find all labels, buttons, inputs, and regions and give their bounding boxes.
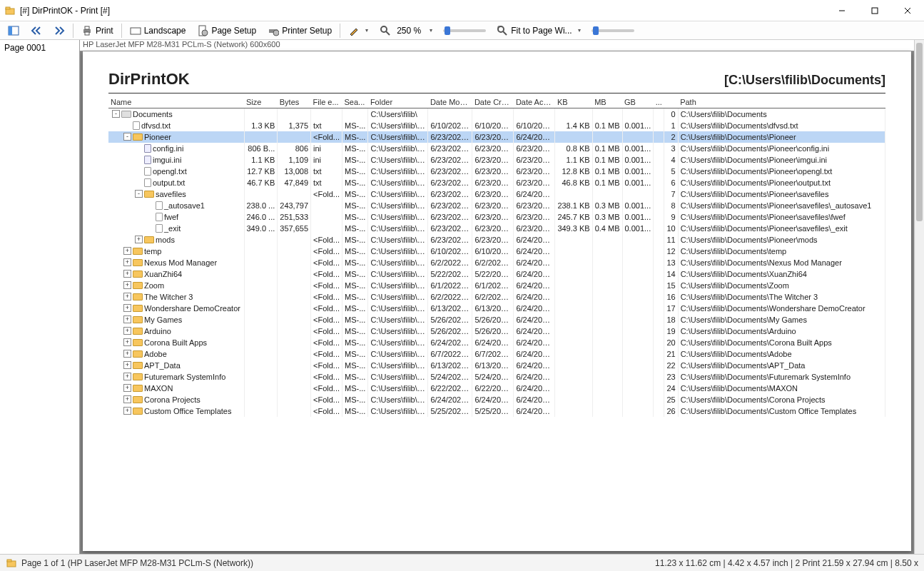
table-row[interactable]: - Pioneer<Fold...MS-...C:\Users\filib\Do… (108, 131, 885, 143)
column-header[interactable]: Sea... (342, 96, 368, 108)
table-row[interactable]: + The Witcher 3<Fold...MS-...C:\Users\fi… (108, 291, 885, 303)
column-header[interactable]: File e... (311, 96, 342, 108)
vertical-scrollbar[interactable] (914, 40, 924, 554)
table-row[interactable]: config.ini806 B...806iniMS-...C:\Users\f… (108, 143, 885, 154)
zoom-slider[interactable] (443, 29, 486, 32)
tree-expander-icon[interactable]: + (123, 395, 131, 403)
table-row[interactable]: + Futuremark SystemInfo<Fold...MS-...C:\… (108, 371, 885, 383)
cell: 6/23/2022 7:... (472, 154, 514, 166)
column-header[interactable]: KB (555, 96, 592, 108)
table-row[interactable]: + MAXON<Fold...MS-...C:\Users\filib\Doc.… (108, 383, 885, 394)
tree-expander-icon[interactable]: - (112, 110, 120, 118)
tree-expander-icon[interactable]: - (123, 133, 131, 141)
tree-expander-icon[interactable]: - (135, 190, 143, 198)
preview-pane[interactable]: HP LaserJet MFP M28-M31 PCLm-S (Network)… (80, 40, 924, 554)
tree-expander-icon[interactable]: + (123, 258, 131, 266)
table-row[interactable]: + Wondershare DemoCreator<Fold...MS-...C… (108, 303, 885, 314)
zoom-value: 250 % (394, 26, 424, 36)
column-header[interactable]: Path (678, 96, 885, 108)
column-header[interactable]: MB (592, 96, 622, 108)
column-header[interactable]: ... (654, 96, 664, 108)
table-row[interactable]: + temp<Fold...MS-...C:\Users\filib\Doc..… (108, 246, 885, 257)
table-row[interactable]: + mods<Fold...MS-...C:\Users\filib\Doc..… (108, 234, 885, 246)
table-row[interactable]: + Corona Built Apps<Fold...MS-...C:\User… (108, 337, 885, 348)
tree-expander-icon[interactable]: + (123, 281, 131, 289)
tree-expander-icon[interactable]: + (123, 247, 131, 255)
column-header[interactable]: Date Modi... (428, 96, 472, 108)
maximize-button[interactable] (858, 0, 891, 21)
table-row[interactable]: dfvsd.txt1.3 KB1,375txtMS-...C:\Users\fi… (108, 120, 885, 131)
layout-toggle-button[interactable] (3, 23, 24, 39)
fit-select[interactable]: Fit to Page Wi... ▾ (492, 23, 585, 39)
table-row[interactable]: _autosave1238.0 ...243,797MS-...C:\Users… (108, 200, 885, 211)
scrollbar-thumb[interactable] (916, 43, 923, 221)
tree-expander-icon[interactable]: + (123, 350, 131, 358)
column-header[interactable]: Date Creat... (472, 96, 514, 108)
status-page-info: Page 1 of 1 (HP LaserJet MFP M28-M31 PCL… (21, 558, 253, 568)
slider-thumb[interactable] (445, 26, 450, 35)
slider-thumb[interactable] (593, 26, 599, 35)
cell: <Fold... (311, 188, 342, 200)
table-row[interactable]: + Nexus Mod Manager<Fold...MS-...C:\User… (108, 257, 885, 268)
cell: 6/24/2022 7:... (514, 131, 555, 143)
tree-expander-icon[interactable]: + (123, 338, 131, 346)
table-row[interactable]: _exit349.0 ...357,655MS-...C:\Users\fili… (108, 223, 885, 234)
table-row[interactable]: + My Games<Fold...MS-...C:\Users\filib\D… (108, 314, 885, 325)
minimize-button[interactable] (826, 0, 858, 21)
cell: ini (311, 143, 342, 154)
tree-expander-icon[interactable]: + (123, 315, 131, 323)
table-row[interactable]: output.txt46.7 KB47,849txtMS-...C:\Users… (108, 177, 885, 188)
table-row[interactable]: + Custom Office Templates<Fold...MS-...C… (108, 405, 885, 417)
cell: MS-... (342, 246, 368, 257)
table-row[interactable]: fwef246.0 ...251,533MS-...C:\Users\filib… (108, 211, 885, 223)
cell: C:\Users\filib\Documents\Pioneer\output.… (678, 177, 885, 188)
table-row[interactable]: opengl.txt12.7 KB13,008txtMS-...C:\Users… (108, 166, 885, 177)
tree-expander-icon[interactable]: + (123, 304, 131, 312)
close-button[interactable] (891, 0, 924, 21)
tree-expander-icon[interactable]: + (123, 407, 131, 415)
tree-expander-icon[interactable]: + (123, 373, 131, 380)
landscape-button[interactable]: Landscape (125, 23, 191, 39)
page-setup-button[interactable]: Page Setup (192, 23, 261, 39)
table-row[interactable]: - savefiles<Fold...MS-...C:\Users\filib\… (108, 188, 885, 200)
cell: MS-... (342, 268, 368, 280)
cell: 16 (664, 291, 678, 303)
fit-slider[interactable] (592, 29, 634, 32)
table-row[interactable]: + Corona Projects<Fold...MS-...C:\Users\… (108, 394, 885, 405)
tree-expander-icon[interactable]: + (123, 327, 131, 335)
column-header[interactable]: Date Acces... (514, 96, 555, 108)
table-row[interactable]: + Adobe<Fold...MS-...C:\Users\filib\Doc.… (108, 348, 885, 360)
cell: 6/1/2022 1:3... (428, 280, 472, 291)
print-button[interactable]: Print (76, 23, 118, 39)
column-header[interactable]: Folder (368, 96, 428, 108)
table-row[interactable]: + Zoom<Fold...MS-...C:\Users\filib\Doc..… (108, 280, 885, 291)
cell: 6/2/2022 6:4... (428, 257, 472, 268)
cell: 13,008 (278, 166, 311, 177)
cell: 6/23/2022 7:... (472, 166, 514, 177)
column-header[interactable] (664, 96, 678, 108)
table-row[interactable]: + XuanZhi64<Fold...MS-...C:\Users\filib\… (108, 268, 885, 280)
column-header[interactable]: Bytes (278, 96, 311, 108)
column-header[interactable]: GB (622, 96, 654, 108)
thumbnail-pane[interactable]: Page 0001 (0, 40, 80, 554)
table-row[interactable]: imgui.ini1.1 KB1,109iniMS-...C:\Users\fi… (108, 154, 885, 166)
tree-expander-icon[interactable]: + (123, 361, 131, 369)
next-pages-button[interactable] (49, 23, 70, 39)
cell (622, 348, 654, 360)
column-header[interactable]: Name (108, 96, 244, 108)
tree-expander-icon[interactable]: + (123, 384, 131, 392)
column-header[interactable]: Size (244, 96, 278, 108)
printer-setup-button[interactable]: Printer Setup (263, 23, 337, 39)
tree-expander-icon[interactable]: + (123, 293, 131, 300)
tree-expander-icon[interactable]: + (135, 236, 143, 243)
tree-expander-icon[interactable]: + (123, 270, 131, 278)
prev-pages-button[interactable] (26, 23, 47, 39)
table-row[interactable]: - DocumentsC:\Users\filib\0C:\Users\fili… (108, 108, 885, 120)
cell: 6/24/2022 1... (514, 291, 555, 303)
pen-tool-button[interactable]: ▾ (343, 23, 373, 39)
table-row[interactable]: + Arduino<Fold...MS-...C:\Users\filib\Do… (108, 325, 885, 337)
cell (555, 257, 592, 268)
document-title: DirPrintOK (108, 70, 190, 89)
table-row[interactable]: + APT_Data<Fold...MS-...C:\Users\filib\D… (108, 360, 885, 371)
zoom-select[interactable]: 250 % ▾ (375, 23, 437, 39)
